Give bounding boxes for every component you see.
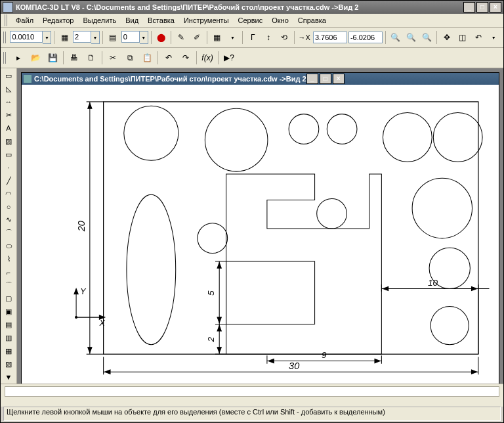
tool-21-icon[interactable]: ▦ — [1, 345, 16, 357]
svg-rect-0 — [104, 102, 478, 354]
document-title: C:\Documents and Settings\ПИТЕР\Рабочий … — [34, 75, 306, 83]
menu-insert[interactable]: Вставка — [144, 15, 178, 26]
toolbar-1: ▼ ▦ ▼ ▤ ▼ ⬤ ✎ ✐ ▦ ▼ Г ↕ ⟲ →X 🔍 🔍 🔍 ✥ ◫ ↶… — [1, 28, 503, 48]
dropdown-arrow-icon[interactable]: ▼ — [43, 31, 51, 44]
tool-17-icon[interactable]: ▢ — [1, 292, 16, 305]
tool-22-icon[interactable]: ▧ — [1, 358, 16, 370]
layer-input[interactable] — [121, 31, 140, 43]
menu-view[interactable]: Вид — [121, 15, 142, 26]
status-bar: Щелкните левой кнопкой мыши на объекте д… — [3, 407, 501, 421]
menu-window[interactable]: Окно — [268, 15, 293, 26]
dropdown-arrow-icon[interactable]: ▼ — [91, 31, 100, 44]
circle-tool-icon[interactable]: ○ — [1, 201, 16, 213]
tool-18-icon[interactable]: ▣ — [1, 305, 16, 318]
ortho-icon[interactable]: Г — [245, 30, 260, 45]
paste-icon[interactable]: 📋 — [139, 50, 155, 66]
menu-select[interactable]: Выделить — [79, 15, 120, 26]
brush2-icon[interactable]: ✐ — [190, 30, 204, 45]
open-icon[interactable]: 📂 — [28, 50, 43, 66]
zoom-more-icon[interactable]: ▼ — [486, 30, 501, 45]
curve-tool-icon[interactable]: ⌇ — [1, 253, 16, 265]
zoom-out-icon[interactable]: 🔍 — [404, 30, 419, 45]
tool-19-icon[interactable]: ▤ — [1, 319, 16, 331]
svg-point-2 — [205, 108, 268, 171]
grid-icon[interactable]: ▦ — [210, 30, 224, 45]
minimize-button[interactable]: _ — [463, 2, 475, 12]
layer-button[interactable]: ▤ — [106, 30, 120, 45]
state-input[interactable] — [73, 31, 91, 43]
app-icon — [3, 2, 13, 12]
app-window: КОМПАС-3D LT V8 - C:\Documents and Setti… — [0, 0, 504, 423]
fx-icon[interactable]: f(x) — [200, 50, 215, 66]
cursor-icon[interactable]: ▶? — [221, 50, 237, 66]
text-tool-icon[interactable]: A — [1, 122, 16, 135]
tool-23-icon[interactable]: ▼ — [1, 371, 16, 384]
axis-icon[interactable]: ↕ — [261, 30, 276, 45]
svg-point-11 — [317, 198, 347, 229]
drawing-canvas[interactable]: Y X 20 30 9 10 — [22, 85, 499, 384]
select-tool-icon[interactable]: ▭ — [1, 70, 16, 82]
fillet-tool-icon[interactable]: ⌒ — [1, 279, 16, 292]
dim-9: 9 — [322, 350, 327, 360]
geometry-tool-icon[interactable]: ◺ — [1, 83, 16, 95]
svg-point-12 — [127, 194, 176, 344]
print-icon[interactable]: 🖶 — [66, 50, 82, 66]
svg-point-9 — [430, 306, 469, 344]
document-area: C:\Documents and Settings\ПИТЕР\Рабочий … — [17, 68, 503, 384]
cut-tool-icon[interactable]: ✂ — [1, 109, 16, 122]
tool-20-icon[interactable]: ▥ — [1, 332, 16, 344]
undo-icon[interactable]: ↶ — [161, 50, 177, 66]
point-tool-icon[interactable]: · — [1, 162, 16, 174]
menu-tools[interactable]: Инструменты — [180, 15, 233, 26]
rotate3d-icon[interactable]: ◫ — [455, 30, 470, 45]
document-window: C:\Documents and Settings\ПИТЕР\Рабочий … — [21, 72, 499, 384]
step-input[interactable] — [10, 31, 43, 43]
hatch-tool-icon[interactable]: ▨ — [1, 135, 16, 148]
svg-point-6 — [433, 113, 482, 162]
spline-tool-icon[interactable]: ∿ — [1, 213, 16, 226]
chamfer-tool-icon[interactable]: ⌐ — [1, 266, 16, 278]
save-icon[interactable]: 💾 — [45, 50, 60, 66]
grid-drop-icon[interactable]: ▼ — [226, 30, 240, 45]
maximize-button[interactable]: □ — [476, 2, 488, 12]
grip-icon — [5, 14, 9, 26]
edit-tool-icon[interactable]: ▭ — [1, 148, 16, 161]
menu-file[interactable]: Файл — [12, 15, 37, 26]
document-titlebar: C:\Documents and Settings\ПИТЕР\Рабочий … — [22, 73, 499, 85]
doc-minimize-button[interactable]: _ — [306, 74, 318, 84]
doc-close-button[interactable]: × — [333, 74, 345, 84]
new-icon[interactable]: ▸ — [10, 50, 26, 66]
dimension-tool-icon[interactable]: ↔ — [1, 96, 16, 108]
zoom-back-icon[interactable]: ↶ — [471, 30, 486, 45]
preview-icon[interactable]: 🗋 — [83, 50, 99, 66]
redo-icon[interactable]: ↷ — [178, 50, 194, 66]
dropdown-arrow-icon[interactable]: ▼ — [140, 31, 148, 44]
pan-icon[interactable]: ✥ — [440, 30, 454, 45]
arc2-tool-icon[interactable]: ⌒ — [1, 227, 16, 239]
y-input[interactable] — [348, 32, 383, 43]
menu-help[interactable]: Справка — [294, 15, 330, 26]
close-button[interactable]: × — [490, 2, 501, 12]
zoom-in-icon[interactable]: 🔍 — [388, 30, 403, 45]
svg-point-17 — [75, 317, 77, 319]
svg-point-7 — [412, 178, 472, 238]
stop-button[interactable]: ⬤ — [154, 30, 169, 45]
dim-width: 30 — [289, 361, 299, 371]
state-button[interactable]: ▦ — [57, 30, 72, 45]
zoom-fit-icon[interactable]: 🔍 — [419, 30, 434, 45]
grip-icon — [3, 52, 7, 64]
copy-icon[interactable]: ⧉ — [122, 50, 138, 66]
doc-maximize-button[interactable]: □ — [320, 74, 331, 84]
line-tool-icon[interactable]: ╱ — [1, 175, 16, 187]
ellipse-tool-icon[interactable]: ⬭ — [1, 240, 16, 252]
dim-height: 20 — [76, 221, 87, 232]
rotate-icon[interactable]: ⟲ — [277, 30, 291, 45]
menu-service[interactable]: Сервис — [234, 15, 267, 26]
brush-icon[interactable]: ✎ — [174, 30, 188, 45]
cut-icon[interactable]: ✂ — [105, 50, 121, 66]
x-label: →X — [297, 33, 312, 41]
svg-point-5 — [383, 113, 432, 162]
menu-editor[interactable]: Редактор — [39, 15, 77, 26]
x-input[interactable] — [313, 32, 347, 43]
arc-tool-icon[interactable]: ◠ — [1, 188, 16, 200]
